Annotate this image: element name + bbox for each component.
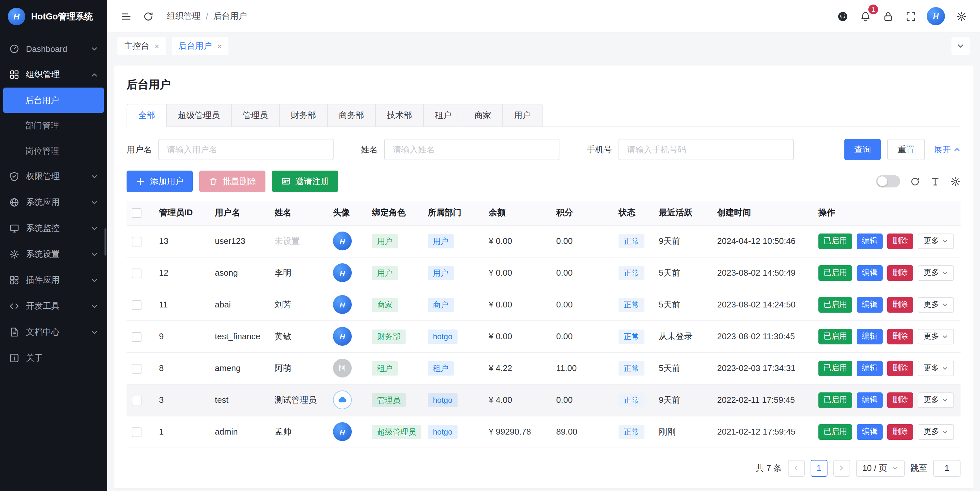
row-checkbox[interactable] bbox=[132, 300, 142, 310]
sidebar-subitem-dept[interactable]: 部门管理 bbox=[3, 113, 104, 138]
sidebar-item-org[interactable]: 组织管理 bbox=[0, 62, 107, 87]
row-height-icon[interactable] bbox=[930, 176, 940, 186]
row-avatar[interactable] bbox=[333, 391, 352, 409]
row-avatar[interactable]: H bbox=[333, 263, 352, 282]
next-page-button[interactable] bbox=[833, 459, 850, 477]
select-all-checkbox[interactable] bbox=[132, 208, 142, 218]
edit-button[interactable]: 编辑 bbox=[857, 297, 883, 312]
sidebar-item-sysapp[interactable]: 系统应用 bbox=[0, 189, 107, 215]
enabled-button[interactable]: 已启用 bbox=[818, 360, 852, 376]
prev-page-button[interactable] bbox=[788, 459, 805, 477]
sidebar-item-devtool[interactable]: 开发工具 bbox=[0, 293, 107, 319]
row-checkbox[interactable] bbox=[132, 237, 142, 246]
delete-button[interactable]: 删除 bbox=[887, 233, 913, 249]
reset-button[interactable]: 重置 bbox=[887, 139, 925, 160]
role-tab-4[interactable]: 商务部 bbox=[328, 104, 376, 127]
sidebar-item-about[interactable]: 关于 bbox=[0, 345, 107, 371]
delete-button[interactable]: 删除 bbox=[887, 329, 913, 344]
collapse-menu-icon[interactable] bbox=[116, 6, 136, 26]
edit-button[interactable]: 编辑 bbox=[857, 360, 883, 376]
close-icon[interactable]: × bbox=[217, 42, 222, 50]
more-button[interactable]: 更多 bbox=[918, 265, 954, 281]
role-tab-5[interactable]: 技术部 bbox=[376, 104, 424, 127]
delete-button[interactable]: 删除 bbox=[887, 424, 913, 439]
edit-button[interactable]: 编辑 bbox=[857, 265, 883, 281]
more-button[interactable]: 更多 bbox=[918, 233, 954, 249]
fullscreen-icon[interactable] bbox=[901, 6, 920, 26]
more-button[interactable]: 更多 bbox=[918, 329, 954, 344]
enabled-button[interactable]: 已启用 bbox=[818, 392, 852, 408]
sidebar-subitem-admin-user[interactable]: 后台用户 bbox=[3, 87, 104, 113]
more-button[interactable]: 更多 bbox=[918, 424, 954, 439]
enabled-button[interactable]: 已启用 bbox=[818, 233, 852, 249]
row-avatar[interactable]: H bbox=[333, 295, 352, 314]
refresh-icon[interactable] bbox=[138, 6, 158, 26]
lock-screen-icon[interactable] bbox=[878, 6, 897, 26]
delete-button[interactable]: 删除 bbox=[887, 265, 913, 281]
close-icon[interactable]: × bbox=[154, 42, 159, 50]
sidebar-scrollbar[interactable] bbox=[105, 228, 107, 256]
row-checkbox[interactable] bbox=[132, 268, 142, 278]
enabled-button[interactable]: 已启用 bbox=[818, 424, 852, 439]
row-avatar[interactable]: H bbox=[333, 232, 352, 250]
jump-page-input[interactable] bbox=[933, 459, 961, 477]
row-checkbox[interactable] bbox=[132, 427, 142, 437]
name-input[interactable] bbox=[384, 139, 560, 160]
github-icon[interactable] bbox=[833, 6, 852, 26]
search-button[interactable]: 查询 bbox=[844, 139, 881, 160]
page-1-button[interactable]: 1 bbox=[810, 459, 827, 477]
tab-dashboard[interactable]: 主控台 × bbox=[118, 37, 166, 55]
add-user-button[interactable]: 添加用户 bbox=[127, 171, 193, 192]
tabs-collapse-button[interactable] bbox=[951, 37, 970, 55]
invite-register-button[interactable]: 邀请注册 bbox=[272, 171, 338, 192]
settings-gear-icon[interactable] bbox=[951, 6, 971, 26]
batch-delete-button[interactable]: 批量删除 bbox=[199, 171, 266, 192]
row-avatar[interactable]: 阿 bbox=[333, 359, 352, 378]
row-avatar[interactable]: H bbox=[333, 422, 352, 441]
app-logo[interactable]: H HotGo管理系统 bbox=[0, 0, 107, 33]
role-tab-2[interactable]: 管理员 bbox=[232, 104, 280, 127]
role-tab-6[interactable]: 租户 bbox=[424, 104, 463, 127]
reload-table-icon[interactable] bbox=[910, 176, 920, 186]
sidebar-item-plugin[interactable]: 插件应用 bbox=[0, 267, 107, 293]
sidebar-subitem-post[interactable]: 岗位管理 bbox=[3, 138, 104, 164]
sidebar-item-dashboard[interactable]: Dashboard bbox=[0, 36, 107, 62]
edit-button[interactable]: 编辑 bbox=[857, 424, 883, 439]
enabled-button[interactable]: 已启用 bbox=[818, 329, 852, 344]
role-tab-8[interactable]: 用户 bbox=[503, 104, 542, 127]
delete-button[interactable]: 删除 bbox=[887, 360, 913, 376]
sidebar-item-docs[interactable]: 文档中心 bbox=[0, 319, 107, 345]
edit-button[interactable]: 编辑 bbox=[857, 329, 883, 344]
sidebar-item-perm[interactable]: 权限管理 bbox=[0, 164, 107, 189]
delete-button[interactable]: 删除 bbox=[887, 392, 913, 408]
edit-button[interactable]: 编辑 bbox=[857, 392, 883, 408]
more-button[interactable]: 更多 bbox=[918, 360, 954, 376]
page-size-select[interactable]: 10 / 页 bbox=[856, 459, 905, 477]
row-avatar[interactable]: H bbox=[333, 327, 352, 346]
delete-button[interactable]: 删除 bbox=[887, 297, 913, 312]
column-settings-gear-icon[interactable] bbox=[950, 176, 961, 186]
breadcrumb-item[interactable]: 组织管理 bbox=[167, 10, 200, 22]
notification-bell-icon[interactable]: 1 bbox=[855, 6, 875, 26]
enabled-button[interactable]: 已启用 bbox=[818, 265, 852, 281]
enabled-button[interactable]: 已启用 bbox=[818, 297, 852, 312]
sidebar-item-sysmon[interactable]: 系统监控 bbox=[0, 215, 107, 241]
row-checkbox[interactable] bbox=[132, 332, 142, 342]
username-input[interactable] bbox=[158, 139, 334, 160]
edit-button[interactable]: 编辑 bbox=[857, 233, 883, 249]
sidebar-item-sysset[interactable]: 系统设置 bbox=[0, 241, 107, 267]
expand-filters-link[interactable]: 展开 bbox=[934, 144, 961, 155]
row-checkbox[interactable] bbox=[132, 364, 142, 373]
tab-admin-user[interactable]: 后台用户 × bbox=[172, 37, 228, 55]
row-checkbox[interactable] bbox=[132, 395, 142, 405]
role-tab-0[interactable]: 全部 bbox=[127, 104, 167, 127]
cell-id: 11 bbox=[154, 289, 210, 320]
phone-input[interactable] bbox=[619, 139, 794, 160]
user-avatar[interactable]: H bbox=[927, 7, 945, 25]
role-tab-1[interactable]: 超级管理员 bbox=[167, 104, 232, 127]
role-tab-3[interactable]: 财务部 bbox=[280, 104, 328, 127]
striped-toggle[interactable] bbox=[876, 175, 900, 188]
role-tab-7[interactable]: 商家 bbox=[463, 104, 503, 127]
more-button[interactable]: 更多 bbox=[918, 392, 954, 408]
more-button[interactable]: 更多 bbox=[918, 297, 954, 312]
